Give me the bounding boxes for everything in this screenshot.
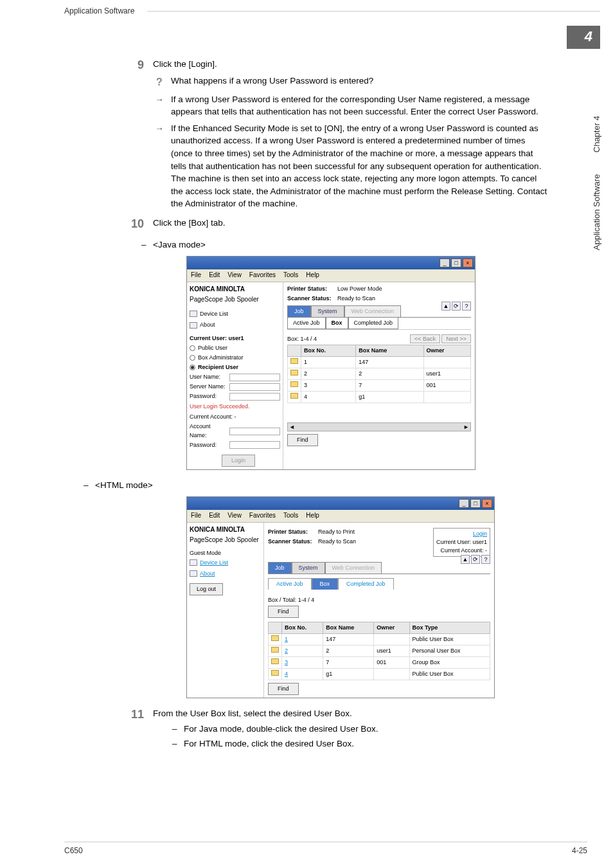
folder-icon xyxy=(271,670,279,676)
password-input[interactable] xyxy=(229,393,280,401)
menu-tools[interactable]: Tools xyxy=(283,271,298,280)
menu-view[interactable]: View xyxy=(227,271,242,280)
minimize-icon[interactable]: _ xyxy=(459,499,469,508)
login-link[interactable]: Login xyxy=(436,530,487,538)
tab-active-job[interactable]: Active Job xyxy=(268,578,312,590)
menu-tools[interactable]: Tools xyxy=(283,511,298,521)
toolbar-icons: ▲ ⟳ ? xyxy=(461,555,490,564)
table-row[interactable]: 2 2 user1 xyxy=(288,368,471,380)
account-name-input[interactable] xyxy=(229,428,280,435)
printer-status-value: Ready to Print xyxy=(318,528,355,536)
step-number: 10 xyxy=(122,215,144,232)
table-row[interactable]: 4 g1 Public User Box xyxy=(269,669,490,680)
sub-tabs: Active Job Box Completed Job xyxy=(287,318,471,330)
minimize-icon[interactable]: _ xyxy=(440,258,450,267)
toolbar-icons: ▲ ⟳ ? xyxy=(441,302,471,311)
nav-about[interactable]: About xyxy=(190,568,261,579)
user-name-input[interactable] xyxy=(229,374,280,381)
scanner-status-value: Ready to Scan xyxy=(337,294,375,303)
menu-file[interactable]: File xyxy=(191,271,201,280)
nav-device-list[interactable]: Device List xyxy=(190,309,280,320)
close-icon[interactable]: × xyxy=(463,258,473,267)
step-9-answer2: If the Enhanced Security Mode is set to … xyxy=(171,122,549,210)
radio-box-admin[interactable]: Box Administrator xyxy=(190,354,280,362)
menu-help[interactable]: Help xyxy=(306,271,319,280)
current-user-label: Current User: user1 xyxy=(190,335,244,341)
step-number: 9 xyxy=(122,57,144,73)
device-list-icon xyxy=(190,311,197,317)
tab-system[interactable]: System xyxy=(292,562,325,574)
tab-web-connection[interactable]: Web Connection xyxy=(344,305,401,317)
tab-system[interactable]: System xyxy=(311,305,344,317)
server-name-select[interactable] xyxy=(229,383,280,391)
left-pane: KONICA MINOLTA PageScope Job Spooler Gue… xyxy=(187,523,264,698)
refresh-icon[interactable]: ⟳ xyxy=(452,302,461,311)
table-row[interactable]: 3 7 001 xyxy=(288,380,471,392)
guest-mode-label: Guest Mode xyxy=(190,549,261,557)
login-button[interactable]: Login xyxy=(222,455,255,467)
user-name-label: User Name: xyxy=(190,373,227,381)
menu-help[interactable]: Help xyxy=(306,511,319,521)
step-number: 11 xyxy=(122,706,144,723)
tab-job[interactable]: Job xyxy=(268,562,292,574)
server-name-label: Server Name: xyxy=(190,383,227,391)
scroll-left-icon[interactable]: ◄ xyxy=(289,423,295,431)
radio-recipient-user[interactable]: Recipient User xyxy=(190,363,280,372)
refresh-icon[interactable]: ⟳ xyxy=(471,555,480,564)
box-no-link[interactable]: 2 xyxy=(285,647,288,654)
tab-box[interactable]: Box xyxy=(312,578,339,590)
tab-completed-job[interactable]: Completed Job xyxy=(348,318,399,329)
right-pane: Printer Status: Low Power Mode Scanner S… xyxy=(283,282,475,469)
help-icon[interactable]: ? xyxy=(481,555,490,564)
find-button[interactable]: Find xyxy=(268,683,299,695)
menu-favorites[interactable]: Favorites xyxy=(249,271,276,280)
account-password-input[interactable] xyxy=(229,441,280,449)
find-button[interactable]: Find xyxy=(287,434,318,446)
next-button[interactable]: Next >> xyxy=(441,334,471,343)
box-table: Box No. Box Name Owner Box Type 1 147 Pu… xyxy=(268,622,490,680)
table-row[interactable]: 1 147 Public User Box xyxy=(269,634,490,646)
current-user-label: Current User: user1 xyxy=(436,538,487,547)
folder-icon xyxy=(290,381,298,387)
step-9: 9 Click the [Login]. ? What happens if a… xyxy=(122,58,549,210)
radio-icon xyxy=(190,355,195,361)
col-owner: Owner xyxy=(423,345,470,357)
to-top-icon[interactable]: ▲ xyxy=(441,302,450,311)
table-row[interactable]: 3 7 001 Group Box xyxy=(269,657,490,669)
horizontal-scrollbar[interactable]: ◄ ► xyxy=(287,422,471,431)
sub-tabs: Active Job Box Completed Job xyxy=(268,578,490,590)
login-panel: Login Current User: user1 Current Accoun… xyxy=(433,528,490,557)
nav-device-list[interactable]: Device List xyxy=(190,557,261,568)
close-icon[interactable]: × xyxy=(482,499,492,508)
printer-status-label: Printer Status: xyxy=(268,528,314,536)
find-button[interactable]: Find xyxy=(268,606,299,618)
menu-view[interactable]: View xyxy=(227,511,242,521)
logout-button[interactable]: Log out xyxy=(190,583,223,595)
menu-file[interactable]: File xyxy=(191,511,201,521)
tab-completed-job[interactable]: Completed Job xyxy=(338,578,394,590)
scroll-right-icon[interactable]: ► xyxy=(463,423,469,431)
menu-edit[interactable]: Edit xyxy=(209,511,220,521)
tab-box[interactable]: Box xyxy=(326,318,348,329)
maximize-icon[interactable]: □ xyxy=(470,499,481,508)
screenshot-java: _ □ × File Edit View Favorites Tools Hel… xyxy=(186,256,475,469)
menubar: File Edit View Favorites Tools Help xyxy=(187,510,494,523)
box-no-link[interactable]: 3 xyxy=(285,659,288,665)
menu-edit[interactable]: Edit xyxy=(209,271,220,280)
box-no-link[interactable]: 1 xyxy=(285,636,288,642)
radio-public-user[interactable]: Public User xyxy=(190,344,280,352)
to-top-icon[interactable]: ▲ xyxy=(461,555,470,564)
tab-web-connection[interactable]: Web Connection xyxy=(325,562,382,574)
help-icon[interactable]: ? xyxy=(462,302,471,311)
menu-favorites[interactable]: Favorites xyxy=(249,511,276,521)
tab-job[interactable]: Job xyxy=(287,305,311,317)
table-row[interactable]: 1 147 xyxy=(288,357,471,368)
table-row[interactable]: 2 2 user1 Personal User Box xyxy=(269,646,490,657)
tab-active-job[interactable]: Active Job xyxy=(287,318,326,329)
back-button[interactable]: << Back xyxy=(410,334,440,343)
nav-about[interactable]: About xyxy=(190,320,280,330)
step-10: 10 Click the [Box] tab. xyxy=(122,217,549,232)
maximize-icon[interactable]: □ xyxy=(451,258,461,267)
table-row[interactable]: 4 g1 xyxy=(288,392,471,403)
box-no-link[interactable]: 4 xyxy=(285,671,288,677)
